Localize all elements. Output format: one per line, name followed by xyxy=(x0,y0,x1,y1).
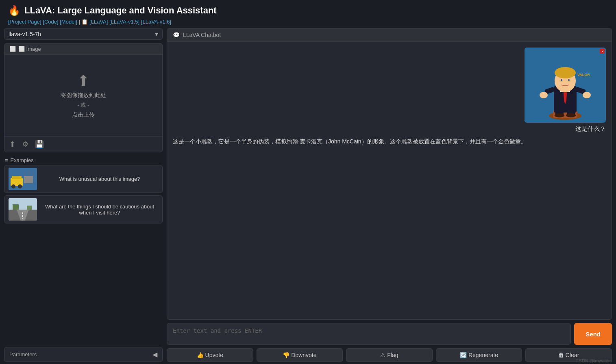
model-selector-row[interactable]: llava-v1.5-7b llava-v1.5-13b llava-v1.6-… xyxy=(4,28,163,40)
left-panel: llava-v1.5-7b llava-v1.5-13b llava-v1.6-… xyxy=(4,28,163,362)
parameters-section: Parameters ◀ xyxy=(4,347,163,362)
example-text-1: What is unusual about this image? xyxy=(41,176,158,182)
image-panel-label: ⬜ Image xyxy=(18,46,41,52)
example-item-2[interactable]: What are the things I should be cautious… xyxy=(4,195,163,223)
link-llava-v16[interactable]: [LLaVA-v1.6] xyxy=(141,19,171,25)
example-item-1[interactable]: What is unusual about this image? xyxy=(4,165,163,193)
assistant-message-1: 这是一个小雕塑，它是一个半身的伪装，模拟约翰·麦卡洛克（John McCain）… xyxy=(173,137,606,146)
svg-point-30 xyxy=(540,92,548,98)
chatbot-header: 💬 LLaVA Chatbot xyxy=(167,28,612,42)
link-llava[interactable]: [LLaVA] xyxy=(89,19,108,25)
examples-label: Examples xyxy=(11,157,34,163)
user-message-1: VALOR × 这是什么？ xyxy=(173,48,606,133)
image-panel-footer: ⬆ ⚙ 💾 xyxy=(4,136,162,152)
csdn-watermark: CSDN @imwaters xyxy=(576,358,612,363)
send-button[interactable]: Send xyxy=(574,323,612,345)
save-footer-icon[interactable]: 💾 xyxy=(35,140,44,149)
chat-input[interactable] xyxy=(167,323,571,345)
parameters-toggle-icon: ◀ xyxy=(152,351,157,358)
app-links: [Project Page] [Code] [Model] | 📋 [LLaVA… xyxy=(0,19,616,28)
assistant-response-text: 这是一个小雕塑，它是一个半身的伪装，模拟约翰·麦卡洛克（John McCain）… xyxy=(173,138,527,145)
example-text-2: What are the things I should be cautious… xyxy=(41,204,158,216)
link-model[interactable]: [Model] xyxy=(60,19,77,25)
svg-rect-2 xyxy=(12,176,22,179)
regenerate-button[interactable]: 🔄 Regenerate xyxy=(436,348,522,362)
user-image-attachment: VALOR × xyxy=(525,48,606,123)
downvote-button[interactable]: 👎 Downvote xyxy=(257,348,343,362)
svg-point-26 xyxy=(561,79,562,81)
link-llava-v15[interactable]: [LLaVA-v1.5] xyxy=(109,19,139,25)
svg-rect-15 xyxy=(27,206,32,210)
example-thumb-1 xyxy=(9,168,37,190)
link-project-page[interactable]: [Project Page] xyxy=(8,19,41,25)
input-row: Send xyxy=(167,323,612,345)
image-drop-area[interactable]: ⬆ 将图像拖放到此处 - 或 - 点击上传 xyxy=(4,55,162,136)
model-selector[interactable]: llava-v1.5-7b llava-v1.5-13b llava-v1.6-… xyxy=(9,31,155,37)
upvote-button[interactable]: 👍 Upvote xyxy=(167,348,253,362)
image-panel-icon: ⬜ xyxy=(9,46,16,52)
examples-header: ≡ Examples xyxy=(4,156,163,165)
chatbot-title: LLaVA Chatbot xyxy=(183,32,221,38)
image-upload-panel: ⬜ ⬜ Image ⬆ 将图像拖放到此处 - 或 - 点击上传 ⬆ ⚙ 💾 xyxy=(4,43,163,152)
flag-button[interactable]: ⚠ Flag xyxy=(346,348,433,362)
svg-text:×: × xyxy=(601,49,604,54)
click-upload-text: 点击上传 xyxy=(72,111,95,119)
link-code[interactable]: [Code] xyxy=(43,19,58,25)
chatbot-icon: 💬 xyxy=(173,32,180,38)
upload-footer-icon[interactable]: ⬆ xyxy=(9,140,15,149)
settings-footer-icon[interactable]: ⚙ xyxy=(22,140,28,149)
user-query-text: 这是什么？ xyxy=(575,125,606,133)
upload-icon: ⬆ xyxy=(77,72,89,89)
svg-rect-14 xyxy=(13,204,19,210)
right-panel: 💬 LLaVA Chatbot xyxy=(167,28,612,362)
svg-text:VALOR: VALOR xyxy=(577,73,590,77)
examples-section: ≡ Examples xyxy=(4,156,163,344)
chatbot-container: 💬 LLaVA Chatbot xyxy=(167,28,612,320)
parameters-header[interactable]: Parameters ◀ xyxy=(4,347,162,362)
example-list: What is unusual about this image? xyxy=(4,165,163,223)
or-text: - 或 - xyxy=(78,102,89,109)
examples-icon: ≡ xyxy=(5,157,8,163)
main-layout: llava-v1.5-7b llava-v1.5-13b llava-v1.6-… xyxy=(0,28,616,364)
drop-text: 将图像拖放到此处 xyxy=(61,92,106,99)
svg-rect-5 xyxy=(24,176,33,183)
image-panel-header: ⬜ ⬜ Image xyxy=(4,43,162,55)
svg-point-35 xyxy=(566,113,576,117)
parameters-label: Parameters xyxy=(9,351,37,358)
svg-point-31 xyxy=(583,92,591,98)
svg-point-23 xyxy=(555,67,576,78)
action-buttons-row: 👍 Upvote 👎 Downvote ⚠ Flag 🔄 Regenerate … xyxy=(167,348,612,362)
app-title: LLaVA: Large Language and Vision Assista… xyxy=(24,5,217,16)
model-selector-chevron: ▾ xyxy=(155,30,158,38)
app-header: 🔥 LLaVA: Large Language and Vision Assis… xyxy=(0,0,616,19)
svg-point-3 xyxy=(11,184,15,188)
chatbot-messages: VALOR × 这是什么？ 这是一个小雕塑，它是一个半身的伪装，模拟约翰·麦卡洛… xyxy=(167,42,612,319)
example-thumb-2 xyxy=(9,198,37,221)
svg-point-34 xyxy=(555,113,564,117)
svg-point-27 xyxy=(568,79,570,81)
app-icon: 🔥 xyxy=(8,5,20,16)
svg-point-4 xyxy=(18,184,22,188)
